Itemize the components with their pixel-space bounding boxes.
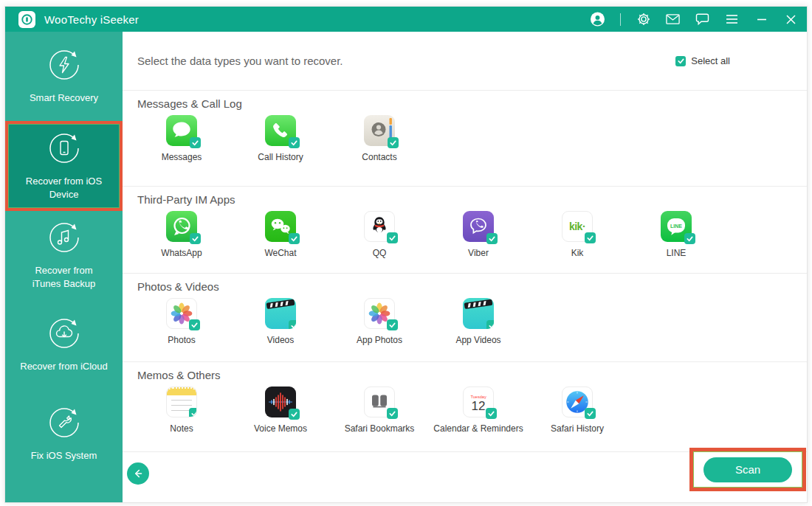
section-title: Third-Party IM Apps [137,193,807,206]
checked-badge-icon [388,137,399,148]
checked-badge-icon [289,409,300,420]
tile-safari-history[interactable]: Safari History [528,387,627,434]
checked-badge-icon [486,408,497,419]
back-button[interactable] [127,462,149,485]
kik-logo-text: kik· [569,221,585,232]
tile-label: Call History [258,152,303,162]
main-content: Select the data types you want to recove… [123,32,807,502]
tile-notes[interactable]: Notes [132,387,231,434]
safari-bookmarks-app-icon [364,387,395,417]
tile-voice-memos[interactable]: Voice Memos [231,387,330,434]
line-app-icon: LINE [661,211,692,242]
checked-badge-icon [684,233,695,244]
calendar-day-text: Tuesday [470,395,486,399]
viber-app-icon [463,211,494,242]
checked-badge-icon [189,408,197,417]
contacts-app-icon [364,115,395,146]
app-window: WooTechy iSeeker [4,6,808,503]
section-messages-call-log: Messages & Call Log Messages [123,91,807,187]
section-photos-videos: Photos & Videos [123,274,807,362]
checked-badge-icon [387,319,398,330]
user-avatar-icon[interactable] [591,13,605,27]
page-title: Select the data types you want to recove… [137,55,343,67]
tile-label: Safari History [551,423,604,434]
tile-label: Videos [267,335,294,345]
close-icon[interactable] [784,13,798,27]
lightning-recovery-icon [47,48,81,82]
device-recovery-icon [47,131,81,165]
checked-badge-icon [289,320,296,329]
sidebar-item-label: Smart Recovery [20,91,109,105]
tile-label: Safari Bookmarks [345,423,415,434]
tile-calendar-reminders[interactable]: Tuesday 12 Calendar & Reminders [429,387,528,434]
tile-photos[interactable]: Photos [132,298,231,345]
sidebar-item-label: Fix iOS System [20,449,109,462]
tile-safari-bookmarks[interactable]: Safari Bookmarks [330,387,429,434]
sidebar-item-smart-recovery[interactable]: Smart Recovery [5,32,123,121]
tile-contacts[interactable]: Contacts [330,115,429,162]
sidebar-item-recover-from-icloud[interactable]: Recover from iCloud [5,300,123,389]
messages-app-icon [166,115,197,146]
section-title: Messages & Call Log [137,97,807,110]
qq-app-icon [364,211,395,242]
tile-wechat[interactable]: WeChat [231,211,330,258]
videos-app-icon [265,298,296,329]
tile-messages[interactable]: Messages [132,115,231,162]
sidebar-item-label: Recover from iOS Device [20,175,109,201]
tile-label: Messages [162,152,202,162]
feedback-chat-icon[interactable] [695,13,709,27]
footer: Scan [123,452,807,503]
tile-label: App Videos [455,335,500,345]
checked-badge-icon [387,408,398,419]
sidebar-item-recover-from-itunes-backup[interactable]: Recover from iTunes Backup [5,211,123,300]
tile-call-history[interactable]: Call History [231,115,330,162]
sidebar-item-label: Recover from iTunes Backup [20,264,109,290]
photos-app-icon [166,298,197,329]
scan-annotation-highlight: Scan [689,448,806,491]
titlebar-divider [620,13,621,26]
scan-button[interactable]: Scan [703,457,792,482]
sidebar-item-fix-ios-system[interactable]: Fix iOS System [5,389,123,479]
checked-badge-icon [289,233,300,244]
section-title: Photos & Videos [137,280,807,293]
tile-app-videos[interactable]: App Videos [429,298,528,345]
sidebar: Smart Recovery Recover from iOS Device [5,32,123,502]
sidebar-item-label: Recover from iCloud [20,360,109,373]
section-memos-others: Memos & Others Notes [123,362,807,452]
tile-kik[interactable]: kik· Kik [528,211,627,258]
checkbox-checked-icon [675,56,686,66]
tile-viber[interactable]: Viber [429,211,528,258]
checked-badge-icon [190,233,201,244]
section-title: Memos & Others [137,369,807,381]
tile-label: Calendar & Reminders [433,423,523,434]
select-all-checkbox[interactable]: Select all [675,55,730,66]
tile-label: Kik [571,248,584,258]
voice-memos-app-icon [265,387,296,417]
calendar-app-icon: Tuesday 12 [463,387,494,417]
tile-label: Voice Memos [254,423,307,434]
content-header: Select the data types you want to recove… [123,32,807,91]
safari-history-app-icon [562,387,593,417]
svg-text:LINE: LINE [670,223,682,229]
notes-icon-header [167,387,196,395]
tile-label: App Photos [357,335,402,345]
tile-videos[interactable]: Videos [231,298,330,345]
tile-qq[interactable]: QQ [330,211,429,258]
checked-badge-icon [189,319,200,330]
wootechy-logo-icon [18,11,35,28]
tile-app-photos[interactable]: App Photos [330,298,429,345]
tile-whatsapp[interactable]: WhatsApp [132,211,231,258]
tile-label: LINE [667,248,687,258]
menu-icon[interactable] [725,13,739,27]
tile-label: QQ [373,248,387,258]
mail-icon[interactable] [666,13,680,27]
tile-label: Contacts [362,152,396,162]
settings-gear-icon[interactable] [636,13,650,27]
calendar-date-text: 12 [472,400,486,412]
checked-badge-icon [486,320,494,329]
sidebar-item-recover-from-ios-device[interactable]: Recover from iOS Device [5,121,123,211]
tile-line[interactable]: LINE LINE [627,211,726,258]
titlebar: WooTechy iSeeker [5,7,807,32]
minimize-icon[interactable] [754,13,768,27]
app-title: WooTechy iSeeker [44,13,139,26]
